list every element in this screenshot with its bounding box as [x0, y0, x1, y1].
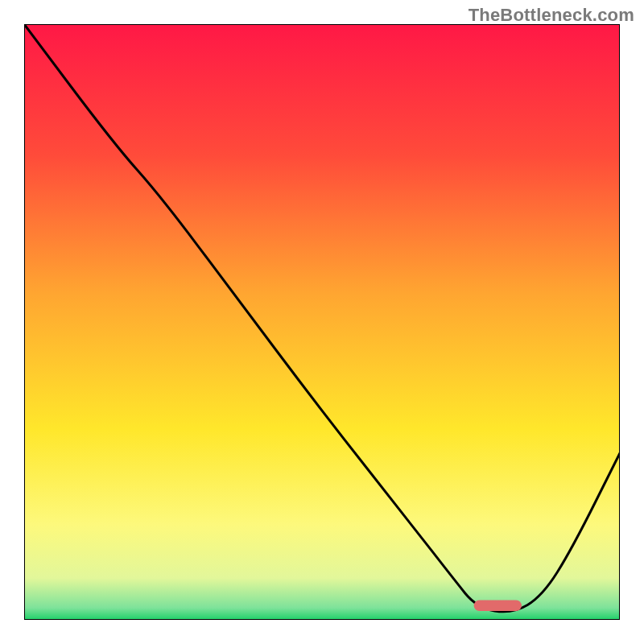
chart-plot-area	[24, 24, 620, 620]
optimal-range	[474, 601, 522, 611]
chart-background	[24, 24, 620, 620]
chart-container: TheBottleneck.com	[0, 0, 644, 644]
chart-svg	[24, 24, 620, 620]
watermark-text: TheBottleneck.com	[469, 5, 634, 26]
